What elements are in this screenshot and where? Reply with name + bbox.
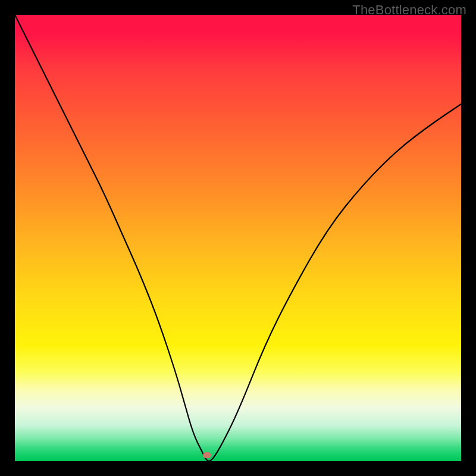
chart-frame: TheBottleneck.com bbox=[0, 0, 476, 476]
bottleneck-curve bbox=[15, 15, 461, 461]
optimum-marker bbox=[203, 452, 211, 458]
plot-area bbox=[15, 15, 461, 461]
curve-path bbox=[15, 15, 461, 461]
